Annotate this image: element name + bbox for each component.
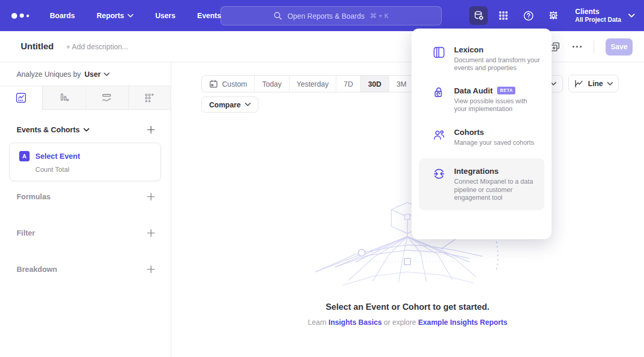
tab-bar-chart[interactable] [43, 86, 85, 109]
nav-label: Events [197, 11, 221, 20]
menu-item-integrations[interactable]: Integrations Connect Mixpanel to a data … [419, 158, 544, 210]
header-divider [594, 40, 594, 53]
nav-right-actions: Clients All Project Data [469, 0, 644, 31]
chevron-down-icon [128, 14, 133, 18]
analyze-value-dropdown[interactable]: User [85, 70, 101, 78]
tab-metrics-grid[interactable] [128, 86, 171, 109]
empty-state-title: Select an Event or Cohort to get started… [171, 302, 644, 312]
help-icon [523, 10, 534, 21]
compare-label: Compare [209, 101, 241, 109]
formulas-label: Formulas [17, 193, 50, 201]
date-range-7d[interactable]: 7D [336, 76, 360, 92]
data-management-menu: Lexicon Document and transform your even… [412, 29, 552, 239]
menu-item-description: Document and transform your events and p… [454, 57, 541, 73]
project-selector[interactable]: Clients All Project Data [575, 7, 635, 24]
date-range-3m[interactable]: 3M [389, 76, 414, 92]
select-event-button[interactable]: Select Event [35, 152, 80, 160]
chevron-down-icon [607, 82, 613, 86]
add-formula-button[interactable] [147, 193, 155, 201]
date-range-label: Yesterday [297, 80, 329, 88]
events-cohorts-toggle[interactable]: Events & Cohorts [17, 126, 89, 134]
line-chart-icon [574, 79, 584, 89]
date-range-custom[interactable]: Custom [202, 76, 254, 92]
tab-flow-chart[interactable] [86, 86, 128, 109]
event-series-badge: A [19, 151, 30, 161]
menu-item-description: View possible issues with your implement… [454, 98, 541, 114]
date-range-control: Custom Today Yesterday 7D 30D 3M 6M [201, 75, 440, 92]
menu-item-description: Connect Mixpanel to a data pipeline or c… [454, 178, 537, 202]
nav-item-events[interactable]: Events [197, 11, 221, 20]
nav-item-reports[interactable]: Reports [97, 11, 133, 20]
settings-button[interactable] [544, 6, 563, 25]
top-navbar: Boards Reports Users Events Open Reports… [0, 0, 644, 31]
search-icon [273, 11, 282, 20]
apps-grid-button[interactable] [494, 6, 513, 25]
date-range-yesterday[interactable]: Yesterday [289, 76, 336, 92]
more-options-button[interactable] [572, 45, 582, 48]
plus-icon [147, 193, 155, 201]
example-insights-reports-link[interactable]: Example Insights Reports [418, 318, 508, 326]
chevron-down-icon[interactable] [104, 73, 109, 76]
mixpanel-logo-icon[interactable] [11, 13, 29, 19]
event-query-card[interactable]: A Select Event Count Total [9, 143, 161, 181]
database-gear-icon [473, 10, 484, 21]
report-title[interactable]: Untitled [21, 42, 53, 52]
date-range-label: Custom [222, 80, 247, 88]
calendar-icon [209, 79, 218, 88]
menu-item-lexicon[interactable]: Lexicon Document and transform your even… [412, 45, 552, 73]
integrations-icon [432, 167, 446, 181]
apps-grid-icon [498, 10, 509, 21]
project-name: All Project Data [575, 16, 621, 24]
insights-basics-link[interactable]: Insights Basics [328, 318, 382, 326]
menu-item-title: Integrations [454, 167, 499, 175]
filter-section: Filter [0, 229, 171, 237]
chart-type-dropdown[interactable]: Line [568, 75, 619, 92]
menu-item-title: Cohorts [454, 128, 484, 136]
event-aggregation[interactable]: Count Total [35, 166, 160, 173]
date-range-30d-selected[interactable]: 30D [360, 76, 389, 92]
subtitle-middle: or explore [382, 318, 418, 326]
line-chart-tab-icon [15, 92, 27, 104]
global-search-input[interactable]: Open Reports & Boards ⌘ + K [221, 6, 442, 25]
add-filter-button[interactable] [147, 229, 155, 237]
events-cohorts-header: Events & Cohorts [0, 126, 171, 134]
tab-insights-line[interactable] [0, 86, 43, 110]
breakdown-label: Breakdown [17, 265, 57, 273]
bar-chart-tab-icon [58, 92, 70, 104]
menu-item-title: Data Audit [454, 86, 492, 95]
mixpanel-insights-app: Boards Reports Users Events Open Reports… [0, 0, 644, 357]
menu-item-description: Manage your saved cohorts [454, 139, 534, 147]
nav-label: Boards [50, 11, 75, 20]
gear-icon [548, 10, 559, 21]
query-builder-sidebar: Analyze Uniques by User [0, 63, 171, 357]
date-range-today[interactable]: Today [254, 76, 289, 92]
data-audit-icon [432, 87, 445, 100]
nav-item-boards[interactable]: Boards [50, 11, 75, 20]
filter-label: Filter [17, 229, 35, 237]
save-button[interactable]: Save [606, 38, 633, 56]
plus-icon [147, 126, 155, 134]
plus-icon [147, 265, 155, 273]
chart-type-label: Line [588, 79, 603, 88]
nav-item-users[interactable]: Users [155, 11, 175, 20]
add-event-button[interactable] [147, 126, 155, 134]
cohorts-icon [432, 128, 446, 142]
chevron-down-icon [628, 13, 635, 18]
analyze-label: Analyze Uniques by [17, 70, 81, 78]
menu-item-data-audit[interactable]: Data Audit BETA View possible issues wit… [412, 86, 552, 114]
search-placeholder: Open Reports & Boards [287, 12, 365, 20]
nav-label: Reports [97, 11, 124, 20]
breakdown-section: Breakdown [0, 265, 171, 273]
menu-item-title: Lexicon [454, 45, 484, 54]
beta-badge: BETA [497, 87, 515, 94]
org-name: Clients [575, 7, 621, 16]
add-description-field[interactable]: + Add description... [66, 43, 128, 51]
add-breakdown-button[interactable] [147, 265, 155, 273]
date-range-label: 30D [368, 80, 381, 88]
formulas-section: Formulas [0, 193, 171, 201]
data-management-button[interactable] [469, 6, 488, 25]
menu-item-cohorts[interactable]: Cohorts Manage your saved cohorts [412, 128, 552, 147]
compare-dropdown[interactable]: Compare [201, 97, 258, 113]
nav-label: Users [155, 11, 175, 20]
help-button[interactable] [519, 6, 538, 25]
